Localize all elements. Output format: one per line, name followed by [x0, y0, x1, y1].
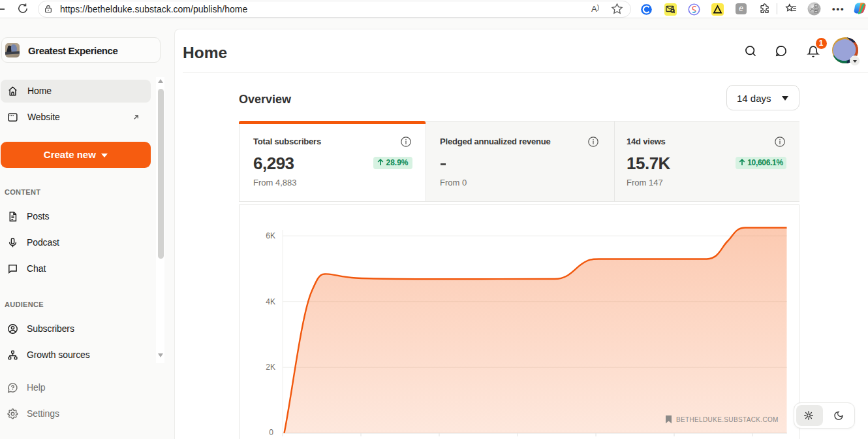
svg-text:4K: 4K	[266, 297, 275, 306]
svg-text:2K: 2K	[266, 363, 275, 372]
svg-text:0: 0	[269, 428, 273, 437]
svg-text:6K: 6K	[266, 231, 275, 240]
svg-text:BETHELDUKE.SUBSTACK.COM: BETHELDUKE.SUBSTACK.COM	[676, 416, 779, 423]
